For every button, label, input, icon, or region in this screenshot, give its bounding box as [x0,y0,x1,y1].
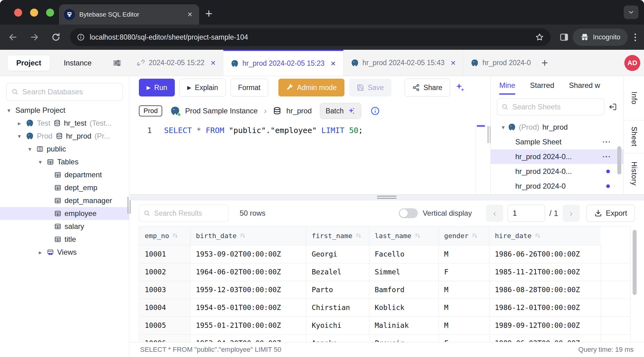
cell-hire-date[interactable]: 1986-12-01T00:00:00Z [489,299,601,316]
cell-birth-date[interactable]: 1953-09-02T00:00:00Z [190,245,306,263]
cell-birth-date[interactable]: 1955-01-21T00:00:00Z [190,316,306,334]
side-panel-icon[interactable] [556,29,573,46]
sheet-group-hr-prod[interactable]: ▾ (Prod) hr_prod [491,120,623,135]
share-button[interactable]: Share [405,79,450,96]
ai-sparkle-icon[interactable] [455,82,465,93]
tree-item-table-dept-manager[interactable]: dept_manager [0,194,129,207]
cell-birth-date[interactable]: 1953-04-20T00:00:00Z [190,334,306,342]
save-button[interactable]: Save [349,79,391,96]
cell-gender[interactable]: F [438,334,489,342]
batch-button[interactable]: Batch [320,103,361,119]
bookmark-star-icon[interactable] [535,33,544,41]
cell-emp-no[interactable]: 10006 [139,334,190,342]
sheet-search-input[interactable] [512,103,600,111]
cell-last-name[interactable]: Simmel [369,263,438,281]
drag-grip-icon[interactable] [377,196,397,199]
sort-icon[interactable] [172,233,178,239]
tree-item-schema-public[interactable]: ▾ public [0,143,129,155]
sheet-item-sample[interactable]: Sample Sheet [491,135,623,149]
cell-hire-date[interactable]: 1986-08-28T00:00:00Z [489,281,601,299]
cell-birth-date[interactable]: 1959-12-03T00:00:00Z [190,281,306,299]
caret-down-icon[interactable]: ▾ [502,124,505,131]
column-header[interactable]: gender [438,226,489,245]
sort-icon[interactable] [472,233,478,239]
prev-page-button[interactable]: ‹ [486,205,503,222]
database-search-input[interactable] [22,88,118,96]
cell-gender[interactable]: M [438,299,489,316]
sort-icon[interactable] [535,233,541,239]
cell-first-name[interactable]: Anneke [306,334,369,342]
editor-tab-2-active[interactable]: hr_prod 2024-02-05 15:23 × [223,50,344,76]
database-search[interactable] [6,83,123,101]
url-bar[interactable]: localhost:8080/sql-editor/sheet/project-… [70,28,551,46]
column-header[interactable]: first_name [306,226,369,245]
table-row[interactable]: 10002 1964-06-02T00:00:00Z Bezalel Simme… [139,263,630,281]
table-scrollbar[interactable] [633,230,637,295]
new-sheet-tab-button[interactable]: + [536,57,553,69]
caret-down-icon[interactable]: ▾ [37,159,44,166]
table-row[interactable]: 10005 1955-01-21T00:00:00Z Kyoichi Malin… [139,316,630,334]
close-tab-icon[interactable]: × [451,58,456,68]
back-button[interactable] [4,29,22,46]
results-resize-divider[interactable] [130,194,644,200]
tab-starred[interactable]: Starred [530,81,554,95]
sql-editor[interactable]: 1 SELECT * FROM "public"."employee" LIMI… [130,123,490,194]
browser-tab[interactable]: Bytebase SQL Editor × [59,4,199,25]
import-sheet-icon[interactable] [609,103,617,111]
cell-hire-date[interactable]: 1989-06-02T00:00:00Z [489,334,601,342]
table-row[interactable]: 10004 1954-05-01T00:00:00Z Chirstian Kob… [139,299,630,316]
column-header[interactable]: emp_no [139,226,190,245]
sheet-item-unsaved-2[interactable]: hr_prod 2024-0 [491,179,623,194]
cell-gender[interactable]: M [438,245,489,263]
reload-button[interactable] [47,29,65,46]
tree-item-project[interactable]: ▾ Sample Project [0,104,129,117]
close-tab-icon[interactable]: × [331,59,336,69]
tree-item-table-department[interactable]: department [0,168,129,181]
cell-last-name[interactable]: Facello [369,245,438,263]
admin-mode-button[interactable]: Admin mode [278,79,344,96]
page-input[interactable] [508,205,545,222]
cell-emp-no[interactable]: 10003 [139,281,190,299]
sheet-menu-icon[interactable] [603,156,610,158]
cell-first-name[interactable]: Kyoichi [306,316,369,334]
cell-last-name[interactable]: Preusig [369,334,438,342]
sheet-item-unsaved-1[interactable]: hr_prod 2024-0... [491,164,623,179]
caret-down-icon[interactable]: ▾ [26,146,33,153]
results-search-input[interactable] [154,209,224,218]
cell-hire-date[interactable]: 1986-06-26T00:00:00Z [489,245,601,263]
tab-shared[interactable]: Shared w [569,81,600,95]
results-search[interactable] [139,205,229,222]
tree-item-table-salary[interactable]: salary [0,220,129,233]
minimize-window-button[interactable] [30,9,38,17]
instance-name[interactable]: Prod Sample Instance [185,107,257,115]
browser-tab-close-icon[interactable]: × [186,10,194,19]
editor-tab-4[interactable]: hr_prod 2024-0 [463,50,536,76]
caret-right-icon[interactable]: ▸ [37,249,44,256]
cell-first-name[interactable]: Georgi [306,245,369,263]
export-button[interactable]: Export [587,205,635,222]
format-button[interactable]: Format [230,79,268,96]
tree-item-table-dept-emp[interactable]: dept_emp [0,181,129,194]
tab-list-chevron-icon[interactable] [624,6,638,19]
forward-button[interactable] [26,29,43,46]
cell-last-name[interactable]: Koblick [369,299,438,316]
cell-birth-date[interactable]: 1954-05-01T00:00:00Z [190,299,306,316]
new-tab-button[interactable]: + [205,7,212,21]
browser-menu-icon[interactable] [634,33,636,41]
vertical-display-toggle[interactable] [399,208,418,218]
tab-info[interactable]: Info [624,76,644,120]
table-row[interactable]: 10006 1953-04-20T00:00:00Z Anneke Preusi… [139,334,630,342]
cell-birth-date[interactable]: 1964-06-02T00:00:00Z [190,263,306,281]
caret-down-icon[interactable]: ▾ [6,107,12,114]
explain-button[interactable]: ▶Explain [179,79,226,96]
tab-sheet[interactable]: Sheet [624,120,644,153]
next-page-button[interactable]: › [563,205,580,222]
cell-first-name[interactable]: Parto [306,281,369,299]
url-text[interactable]: localhost:8080/sql-editor/sheet/project-… [90,33,535,41]
tab-instance[interactable]: Instance [64,59,92,67]
sql-line-1[interactable]: 1 SELECT * FROM "public"."employee" LIMI… [130,123,490,135]
column-header[interactable]: birth_date [190,226,306,245]
table-row[interactable]: 10001 1953-09-02T00:00:00Z Georgi Facell… [139,245,630,263]
tree-item-table-title[interactable]: title [0,233,129,246]
sort-icon[interactable] [355,233,362,239]
